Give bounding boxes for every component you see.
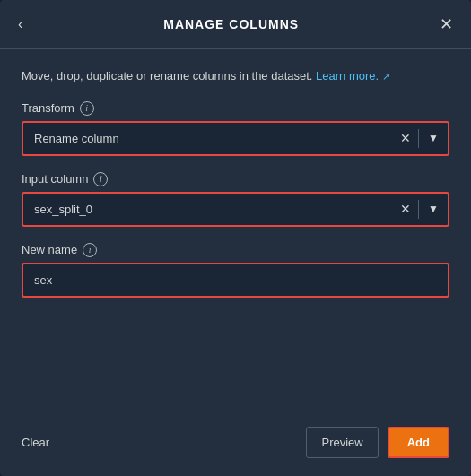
new-name-info-icon[interactable]: i (83, 243, 97, 257)
modal-body: Move, drop, duplicate or rename columns … (0, 49, 471, 412)
learn-more-link[interactable]: Learn more. (316, 69, 379, 82)
input-column-field-group: Input column i sex_split_0 ✕ ▼ (22, 172, 449, 227)
new-name-field-group: New name i (22, 243, 449, 298)
description-text: Move, drop, duplicate or rename columns … (22, 67, 449, 85)
new-name-input-wrapper (22, 263, 449, 298)
preview-button[interactable]: Preview (306, 427, 378, 458)
transform-select[interactable]: Rename column Drop column Move column Du… (23, 123, 448, 154)
new-name-label: New name i (22, 243, 449, 257)
manage-columns-modal: ‹ MANAGE COLUMNS ✕ Move, drop, duplicate… (0, 0, 471, 476)
modal-footer: Clear Preview Add (0, 412, 471, 476)
input-column-info-icon[interactable]: i (93, 172, 108, 186)
input-column-select-wrapper: sex_split_0 ✕ ▼ (22, 192, 449, 227)
input-column-select-controls: ✕ ▼ (393, 194, 448, 225)
input-column-label: Input column i (22, 172, 449, 186)
transform-clear-button[interactable]: ✕ (393, 131, 418, 145)
input-column-select[interactable]: sex_split_0 (23, 194, 448, 225)
transform-field-group: Transform i Rename column Drop column Mo… (22, 101, 449, 156)
new-name-label-text: New name (22, 243, 77, 256)
input-column-label-text: Input column (22, 172, 88, 186)
transform-dropdown-button[interactable]: ▼ (419, 132, 448, 144)
add-button[interactable]: Add (388, 427, 449, 458)
modal-header: ‹ MANAGE COLUMNS ✕ (0, 0, 471, 49)
clear-button[interactable]: Clear (22, 436, 49, 449)
transform-select-controls: ✕ ▼ (393, 123, 448, 154)
transform-select-wrapper: Rename column Drop column Move column Du… (22, 121, 449, 156)
footer-actions: Preview Add (306, 427, 449, 458)
input-column-dropdown-button[interactable]: ▼ (419, 203, 448, 215)
close-button[interactable]: ✕ (440, 14, 453, 34)
external-link-icon: ↗ (382, 71, 390, 82)
transform-label-text: Transform (22, 101, 74, 115)
input-column-clear-button[interactable]: ✕ (393, 202, 418, 216)
description-main: Move, drop, duplicate or rename columns … (22, 69, 312, 82)
transform-info-icon[interactable]: i (80, 101, 94, 116)
modal-title: MANAGE COLUMNS (22, 17, 440, 31)
transform-label: Transform i (22, 101, 449, 116)
new-name-input[interactable] (23, 264, 448, 296)
